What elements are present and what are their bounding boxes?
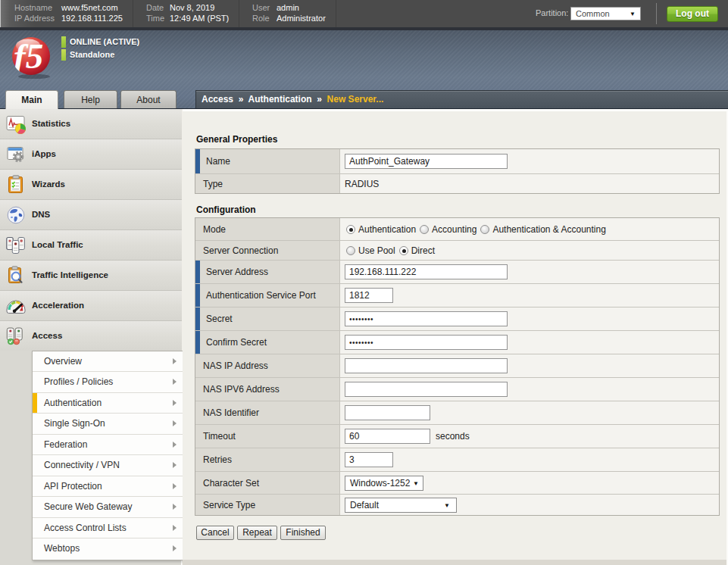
svg-text:f5: f5 (14, 36, 43, 76)
